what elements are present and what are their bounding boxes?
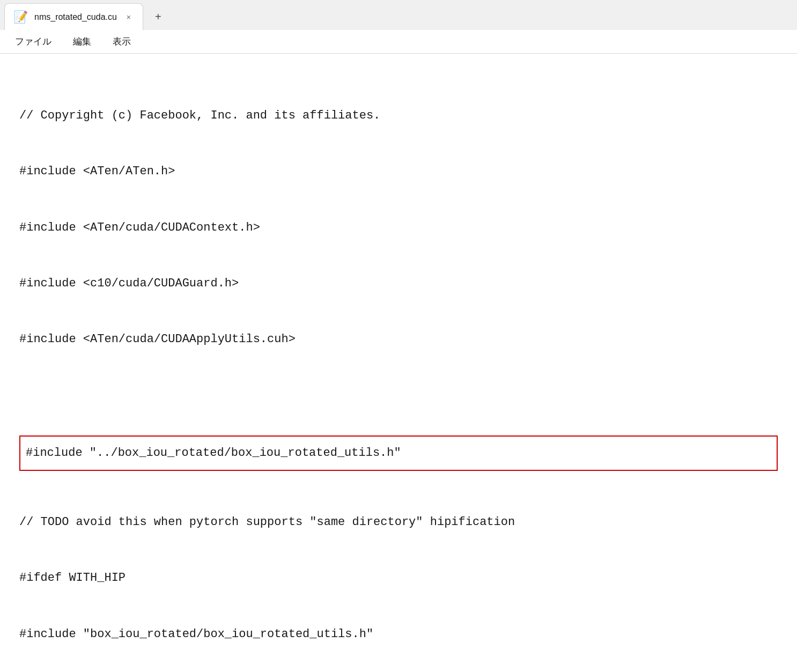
menu-file[interactable]: ファイル	[11, 33, 56, 50]
code-line-4: #include <c10/cuda/CUDAGuard.h>	[19, 274, 778, 293]
code-line-5: #include <ATen/cuda/CUDAApplyUtils.cuh>	[19, 330, 778, 349]
menu-view[interactable]: 表示	[108, 33, 135, 50]
tab-filename: nms_rotated_cuda.cu	[34, 12, 117, 22]
code-content: // Copyright (c) Facebook, Inc. and its …	[19, 70, 778, 672]
new-tab-button[interactable]: +	[147, 6, 169, 27]
tab-close-button[interactable]: ×	[123, 12, 134, 23]
code-after-2: #ifdef WITH_HIP	[19, 568, 778, 588]
code-after-1: // TODO avoid this when pytorch supports…	[19, 513, 778, 532]
code-line-2: #include <ATen/ATen.h>	[19, 162, 778, 181]
menu-edit[interactable]: 編集	[69, 33, 95, 50]
code-line-1: // Copyright (c) Facebook, Inc. and its …	[19, 106, 778, 125]
title-bar: 📝 nms_rotated_cuda.cu × +	[0, 0, 797, 30]
content-area: // Copyright (c) Facebook, Inc. and its …	[0, 54, 797, 672]
code-after-3: #include "box_iou_rotated/box_iou_rotate…	[19, 625, 778, 644]
notepad-icon: 📝	[13, 10, 28, 24]
highlighted-include: #include "../box_iou_rotated/box_iou_rot…	[19, 435, 778, 471]
menu-bar: ファイル 編集 表示	[0, 30, 797, 54]
code-line-3: #include <ATen/cuda/CUDAContext.h>	[19, 218, 778, 238]
spacer-1	[19, 386, 778, 394]
file-tab[interactable]: 📝 nms_rotated_cuda.cu ×	[4, 3, 143, 30]
